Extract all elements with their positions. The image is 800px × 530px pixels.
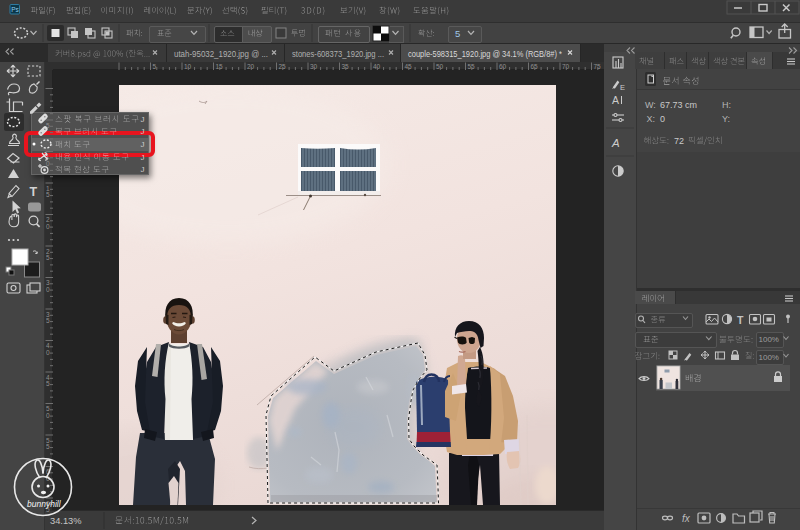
svg-text:A: A (611, 137, 620, 149)
svg-text:67.73 cm: 67.73 cm (660, 100, 697, 110)
svg-text:100%: 100% (759, 353, 779, 362)
svg-text:Y:: Y: (722, 114, 730, 124)
svg-text:0: 0 (46, 412, 50, 419)
svg-text:couple-598315_1920.jpg @ 34.1%: couple-598315_1920.jpg @ 34.1% (RGB/8#) … (408, 49, 563, 59)
svg-text:5: 5 (46, 317, 50, 324)
svg-text:fx: fx (682, 513, 691, 524)
svg-text:0: 0 (46, 223, 50, 230)
svg-text:T: T (737, 314, 744, 326)
svg-text:0: 0 (46, 349, 50, 356)
svg-text:J: J (141, 115, 145, 124)
svg-text:J: J (141, 127, 145, 136)
svg-text:Ps: Ps (11, 6, 19, 13)
svg-text:5: 5 (153, 63, 157, 70)
svg-text:T: T (30, 185, 38, 199)
svg-text:J: J (141, 140, 145, 149)
svg-text:5: 5 (46, 191, 50, 198)
svg-text:E: E (620, 83, 625, 92)
svg-text:0: 0 (46, 160, 50, 167)
svg-text:100%: 100% (759, 335, 779, 344)
svg-text:X:: X: (647, 114, 656, 124)
svg-text:5: 5 (46, 380, 50, 387)
svg-text:5: 5 (46, 443, 50, 450)
svg-text:bunnyhill: bunnyhill (27, 499, 62, 509)
svg-text:0: 0 (660, 114, 665, 124)
svg-text:H:: H: (722, 100, 731, 110)
svg-text:5: 5 (46, 254, 50, 261)
svg-text:J: J (141, 165, 145, 174)
svg-text:0: 0 (46, 286, 50, 293)
svg-text:J: J (141, 153, 145, 162)
svg-text:A: A (612, 94, 619, 106)
svg-text:W:: W: (645, 100, 656, 110)
svg-text:utah-95032_1920.jpg @ ...: utah-95032_1920.jpg @ ... (174, 49, 268, 59)
svg-text:stones-608373_1920.jpg ...: stones-608373_1920.jpg ... (292, 49, 384, 59)
svg-text:72: 72 (674, 136, 684, 146)
svg-text:5: 5 (455, 28, 460, 39)
svg-text:34.13%: 34.13% (50, 516, 82, 526)
